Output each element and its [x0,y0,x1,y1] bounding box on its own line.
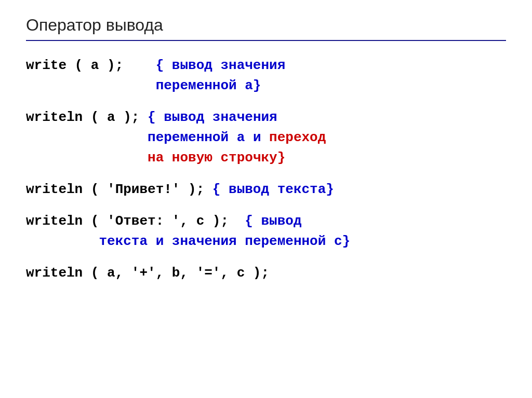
comment-writeln3-line2: текста и значения переменной с} [99,231,350,252]
code-entry-writeln4: writeln ( a, '+', b, '=', c ); [26,263,506,283]
code-writeln3: writeln ( 'Ответ: ', c ); [26,211,245,231]
code-line-1: write ( a ); { вывод значения [26,56,506,76]
code-line-2c: writeln ( a ); на новую строчку} [26,148,506,168]
code-writeln1: writeln ( a ); [26,107,148,128]
comment-write1-line1: { вывод значения [156,56,286,76]
comment-writeln1-red2: на новую строчку} [148,148,285,168]
comment-writeln1-line1: { вывод значения [148,107,277,128]
comment-writeln1-line2: переменной a и переход [148,128,326,148]
code-line-5: writeln ( a, '+', b, '=', c ); [26,263,506,283]
code-entry-write1: write ( a ); { вывод значения write ( a … [26,56,506,96]
code-entry-writeln1: writeln ( a ); { вывод значения writeln … [26,107,506,168]
code-line-1b: write ( a ); переменной a} [26,76,506,96]
comment-writeln1-red1: переход [269,130,326,145]
code-writeln2: writeln ( 'Привет!' ); [26,180,212,200]
slide-title: Оператор вывода [26,16,506,35]
comment-writeln3-line1: { вывод [245,211,301,231]
slide-container: Оператор вывода write ( a ); { вывод зна… [0,0,532,398]
code-line-4b: writeln текста и значения переменной с} [26,231,506,252]
code-line-3: writeln ( 'Привет!' ); { вывод текста} [26,180,506,200]
code-write1: write ( a ); [26,56,156,76]
code-line-4a: writeln ( 'Ответ: ', c ); { вывод [26,211,506,231]
comment-writeln2: { вывод текста} [212,180,334,200]
code-block: write ( a ); { вывод значения write ( a … [26,56,506,295]
code-entry-writeln2: writeln ( 'Привет!' ); { вывод текста} [26,180,506,200]
title-divider [26,40,506,41]
code-writeln4: writeln ( a, '+', b, '=', c ); [26,263,269,283]
code-line-2b: writeln ( a ); переменной a и переход [26,128,506,148]
code-entry-writeln3: writeln ( 'Ответ: ', c ); { вывод writel… [26,211,506,252]
comment-write1-line2: переменной a} [156,76,261,96]
code-line-2: writeln ( a ); { вывод значения [26,107,506,128]
